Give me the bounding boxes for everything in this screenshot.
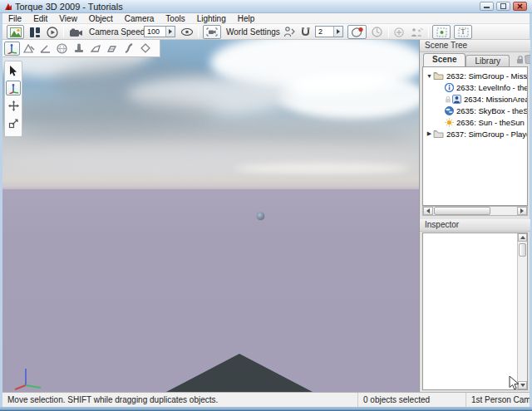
folder-icon bbox=[433, 71, 444, 80]
plus-circle-icon bbox=[394, 27, 404, 37]
window-minimize-button[interactable] bbox=[480, 2, 494, 11]
tree-item-skybox[interactable]: 2635: SkyBox - theSky bbox=[423, 105, 527, 116]
add-object-button[interactable] bbox=[392, 25, 406, 39]
sphere-tool-icon bbox=[57, 43, 67, 54]
toolbar-separator bbox=[388, 26, 389, 37]
scroll-right-button[interactable] bbox=[517, 207, 527, 215]
soft-snap-button[interactable] bbox=[369, 25, 385, 39]
window-maximize-button[interactable] bbox=[496, 2, 510, 11]
rotate-tool[interactable] bbox=[6, 98, 21, 113]
camera-mode: 1st Person Camera bbox=[466, 393, 530, 407]
cursor-arrow-icon bbox=[9, 66, 17, 76]
gizmo-tool-icon bbox=[7, 43, 17, 54]
menu-file[interactable]: File bbox=[2, 13, 27, 24]
render-bounds-toggle[interactable] bbox=[432, 25, 451, 39]
terrain-painter-tool[interactable] bbox=[37, 42, 53, 56]
window-close-button[interactable] bbox=[513, 2, 527, 11]
folder-icon bbox=[433, 130, 444, 138]
select-tool[interactable] bbox=[6, 63, 21, 78]
status-bar: Move selection. SHIFT while dragging dup… bbox=[2, 392, 530, 407]
item-lock-icon bbox=[445, 95, 451, 103]
scene-tree-list[interactable]: ▼ 2632: SimGroup - MissionGroup 2633: Le… bbox=[422, 66, 528, 206]
snap-distance-dropdown[interactable]: 2 bbox=[315, 26, 343, 37]
scale-tool[interactable] bbox=[6, 115, 21, 130]
minimize-icon bbox=[484, 4, 490, 8]
snap-distance-value: 2 bbox=[316, 27, 333, 37]
lock-icon[interactable] bbox=[516, 55, 523, 64]
decal-editor-tool[interactable] bbox=[87, 42, 103, 56]
expand-icon[interactable]: ▶ bbox=[426, 130, 433, 137]
viewport-3d[interactable] bbox=[2, 40, 419, 392]
panels-icon bbox=[30, 27, 40, 37]
menu-object[interactable]: Object bbox=[83, 13, 119, 24]
road-editor-tool[interactable] bbox=[137, 42, 153, 56]
dropdown-arrow-icon[interactable] bbox=[165, 27, 175, 37]
camera-menu-button[interactable] bbox=[68, 25, 85, 39]
camera-speed-value: 100 bbox=[145, 27, 165, 37]
toolbar-separator bbox=[198, 26, 199, 37]
transform-toolbar bbox=[4, 61, 22, 137]
menu-view[interactable]: View bbox=[53, 13, 83, 24]
tree-item-label: 2637: SimGroup - PlayerDropP bbox=[446, 130, 527, 139]
angle-brush-icon bbox=[40, 44, 52, 53]
world-editor-button[interactable] bbox=[7, 25, 24, 39]
menu-lighting[interactable]: Lighting bbox=[191, 13, 232, 24]
collapse-icon[interactable]: ▼ bbox=[426, 73, 433, 79]
material-editor-tool[interactable] bbox=[54, 42, 70, 56]
players-button[interactable] bbox=[408, 25, 425, 39]
inspector-panel[interactable] bbox=[422, 232, 528, 390]
tree-item-simgroup-playerdrop[interactable]: ▶ 2637: SimGroup - PlayerDropP bbox=[423, 128, 527, 139]
tree-item-missionarea[interactable]: 2634: MissionArea - theMis bbox=[423, 93, 527, 105]
tree-item-levelinfo[interactable]: 2633: LevelInfo - theLevelInfo bbox=[423, 81, 527, 93]
tree-horizontal-scrollbar[interactable] bbox=[422, 206, 528, 216]
inspector-vertical-scrollbar[interactable] bbox=[517, 233, 527, 389]
forest-editor-tool[interactable] bbox=[104, 42, 120, 56]
info-icon bbox=[445, 83, 454, 92]
object-snap-button[interactable] bbox=[299, 25, 312, 39]
menu-edit[interactable]: Edit bbox=[27, 13, 53, 24]
object-editor-tool[interactable] bbox=[4, 42, 20, 56]
visibility-button[interactable] bbox=[180, 25, 195, 39]
terrain-snap-toggle[interactable] bbox=[347, 25, 367, 39]
play-game-button[interactable] bbox=[45, 25, 60, 39]
tab-scene[interactable]: Scene bbox=[423, 53, 466, 66]
decal-tool-icon bbox=[140, 43, 150, 53]
sphere-object[interactable] bbox=[257, 213, 264, 220]
camera-speed-dropdown[interactable]: 100 bbox=[144, 26, 175, 37]
scrollbar-thumb[interactable] bbox=[434, 207, 490, 215]
drop-at-player-button[interactable] bbox=[282, 25, 297, 39]
toolbar-separator bbox=[428, 26, 429, 37]
curve-tool-icon bbox=[124, 43, 134, 53]
tree-item-sun[interactable]: 2636: Sun - theSun bbox=[423, 116, 527, 128]
move-tool[interactable] bbox=[6, 81, 21, 95]
tree-item-simgroup-missiongroup[interactable]: ▼ 2632: SimGroup - MissionGroup bbox=[423, 70, 527, 81]
tree-item-label: 2635: SkyBox - theSky bbox=[456, 106, 527, 115]
tree-item-label: 2636: Sun - theSun bbox=[456, 118, 525, 127]
fit-camera-button[interactable] bbox=[203, 25, 221, 39]
torque-editor-window: Torque 3D 2009 - Tutorials File Edit Vie… bbox=[0, 0, 532, 411]
datablock-editor-tool[interactable] bbox=[71, 42, 86, 56]
person-badge-icon bbox=[452, 95, 461, 104]
pyramid-object[interactable] bbox=[166, 354, 313, 392]
scroll-up-button[interactable] bbox=[518, 233, 527, 242]
scrollbar-thumb[interactable] bbox=[519, 243, 526, 257]
menu-help[interactable]: Help bbox=[232, 13, 261, 24]
camera-icon bbox=[70, 28, 83, 37]
scene-tree-header: Scene Tree bbox=[420, 40, 530, 52]
river-editor-tool[interactable] bbox=[121, 42, 136, 56]
menu-camera[interactable]: Camera bbox=[119, 13, 160, 24]
dropdown-arrow-icon[interactable] bbox=[333, 27, 342, 37]
render-text-toggle[interactable]: T bbox=[454, 25, 472, 39]
gui-editor-button[interactable] bbox=[27, 25, 42, 39]
tab-library[interactable]: Library bbox=[466, 55, 510, 66]
close-icon bbox=[517, 3, 523, 9]
scroll-left-button[interactable] bbox=[423, 207, 433, 215]
title-bar[interactable]: Torque 3D 2009 - Tutorials bbox=[0, 0, 532, 13]
inspector-header: Inspector bbox=[420, 219, 530, 232]
scene-icon bbox=[10, 27, 22, 37]
maximize-icon bbox=[500, 3, 506, 9]
menu-tools[interactable]: Tools bbox=[160, 13, 190, 24]
trash-icon[interactable] bbox=[525, 55, 530, 64]
magnet-icon bbox=[301, 27, 310, 37]
terrain-editor-tool[interactable] bbox=[21, 42, 37, 56]
